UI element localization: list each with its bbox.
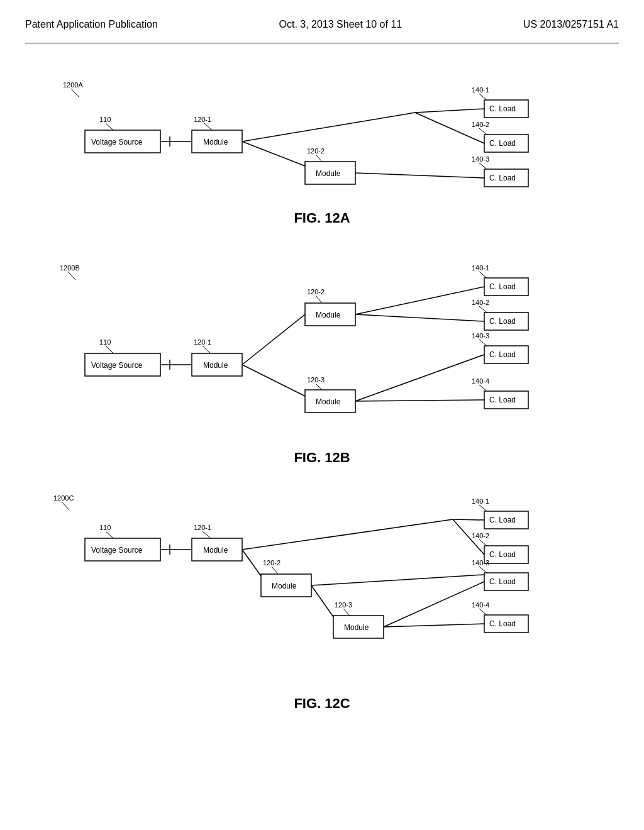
svg-line-54 (479, 505, 487, 511)
voltage-source-12b: Voltage Source (91, 361, 143, 370)
svg-line-8 (242, 141, 305, 166)
label-1200a: 1200A (63, 81, 83, 89)
svg-line-33 (479, 306, 487, 313)
cload-140-1-12a: C. Load (489, 104, 516, 113)
svg-line-35 (355, 287, 484, 314)
svg-line-27 (242, 314, 305, 365)
label-120-2-12c: 120-2 (263, 559, 280, 567)
label-1200b: 1200B (60, 264, 80, 272)
svg-line-60 (272, 567, 278, 574)
svg-line-12 (479, 128, 487, 135)
label-140-3-12b: 140-3 (472, 332, 489, 340)
label-120-1-12c: 120-1 (194, 524, 211, 531)
diagram-12a-container: 1200A 110 Voltage Source 120-1 Module (25, 62, 619, 201)
label-110-12a: 110 (99, 116, 111, 123)
cload-140-1-12c: C. Load (489, 516, 516, 524)
page-header: Patent Application Publication Oct. 3, 2… (25, 13, 619, 43)
svg-line-46 (106, 531, 113, 538)
svg-line-15 (316, 155, 322, 162)
label-140-2-12c: 140-2 (472, 532, 489, 540)
module-120-3-12b: Module (316, 397, 341, 406)
svg-line-64 (479, 567, 487, 573)
svg-line-19 (355, 173, 484, 178)
label-140-1-12c: 140-1 (472, 497, 489, 505)
svg-line-41 (479, 385, 487, 391)
svg-line-17 (479, 163, 487, 169)
label-120-2-12a: 120-2 (307, 147, 325, 155)
svg-line-62 (311, 575, 484, 585)
svg-line-68 (479, 609, 487, 615)
diagram-12c-container: 1200C 110 Voltage Source 120-1 Module (25, 485, 619, 686)
label-140-4-12c: 140-4 (472, 601, 489, 609)
voltage-source-12c: Voltage Source (91, 546, 143, 555)
cload-140-3-12b: C. Load (489, 350, 516, 359)
page: Patent Application Publication Oct. 3, 2… (0, 0, 644, 830)
label-120-3-12b: 120-3 (307, 376, 325, 384)
svg-line-28 (242, 365, 305, 396)
cload-140-2-12b: C. Load (489, 317, 516, 326)
svg-line-25 (203, 346, 211, 353)
cload-140-4-12c: C. Load (489, 619, 516, 628)
label-140-1-12a: 140-1 (472, 86, 489, 94)
cload-140-2-12a: C. Load (489, 139, 516, 148)
svg-line-20 (68, 272, 75, 280)
svg-line-45 (62, 502, 69, 510)
svg-line-9 (479, 94, 487, 100)
svg-line-66 (343, 609, 350, 616)
label-140-3-12c: 140-3 (472, 559, 489, 567)
header-left: Patent Application Publication (25, 19, 158, 30)
fig-12a-label: FIG. 12A (25, 210, 619, 226)
svg-line-57 (479, 540, 487, 546)
figure-12c: 1200C 110 Voltage Source 120-1 Module (25, 485, 619, 712)
module-120-1-12b: Module (203, 361, 228, 370)
diagram-12b-container: 1200B 110 Voltage Source 120-1 Module (25, 245, 619, 440)
cload-140-4-12b: C. Load (489, 396, 516, 404)
svg-line-50 (203, 531, 211, 538)
svg-line-1 (106, 123, 113, 130)
label-120-1-12a: 120-1 (194, 116, 211, 123)
diagram-12b-svg: 1200B 110 Voltage Source 120-1 Module (25, 245, 629, 440)
label-120-2-12b: 120-2 (307, 288, 325, 296)
header-center: Oct. 3, 2013 Sheet 10 of 11 (279, 19, 402, 30)
svg-line-43 (355, 355, 484, 401)
cload-140-1-12b: C. Load (489, 282, 516, 291)
svg-line-29 (316, 296, 322, 303)
label-120-1-12b: 120-1 (194, 338, 211, 346)
module-120-1-12a: Module (203, 138, 228, 147)
header-right: US 2013/0257151 A1 (523, 19, 619, 30)
fig-12c-label: FIG. 12C (25, 695, 619, 712)
cload-140-2-12c: C. Load (489, 550, 516, 559)
diagram-12a-svg: 1200A 110 Voltage Source 120-1 Module (25, 62, 629, 201)
label-110-12b: 110 (99, 338, 111, 346)
figure-12a: 1200A 110 Voltage Source 120-1 Module (25, 62, 619, 226)
svg-line-63 (311, 585, 333, 617)
svg-line-44 (355, 400, 484, 401)
module-120-3-12c: Module (344, 623, 369, 632)
svg-line-53 (242, 550, 261, 576)
svg-line-11 (415, 109, 484, 113)
svg-line-7 (242, 113, 415, 141)
svg-line-71 (384, 582, 484, 627)
svg-line-52 (242, 519, 453, 550)
module-120-1-12c: Module (203, 546, 228, 555)
cload-140-3-12a: C. Load (489, 174, 516, 182)
module-120-2-12a: Module (316, 169, 341, 178)
svg-line-31 (479, 272, 487, 278)
module-120-2-12c: Module (272, 582, 297, 590)
label-110-12c: 110 (99, 524, 111, 531)
fig-12b-label: FIG. 12B (25, 450, 619, 466)
label-140-3-12a: 140-3 (472, 155, 489, 163)
svg-line-5 (204, 123, 212, 130)
svg-line-56 (453, 519, 484, 520)
label-140-2-12b: 140-2 (472, 299, 489, 306)
figure-12b: 1200B 110 Voltage Source 120-1 Module (25, 245, 619, 466)
module-120-2-12b: Module (316, 311, 341, 319)
cload-140-3-12c: C. Load (489, 577, 516, 586)
svg-line-21 (106, 346, 113, 353)
svg-line-39 (479, 340, 487, 346)
svg-line-0 (71, 89, 79, 97)
label-140-4-12b: 140-4 (472, 377, 489, 385)
svg-line-70 (384, 624, 484, 627)
voltage-source-12a: Voltage Source (91, 138, 143, 147)
label-120-3-12c: 120-3 (335, 601, 352, 609)
